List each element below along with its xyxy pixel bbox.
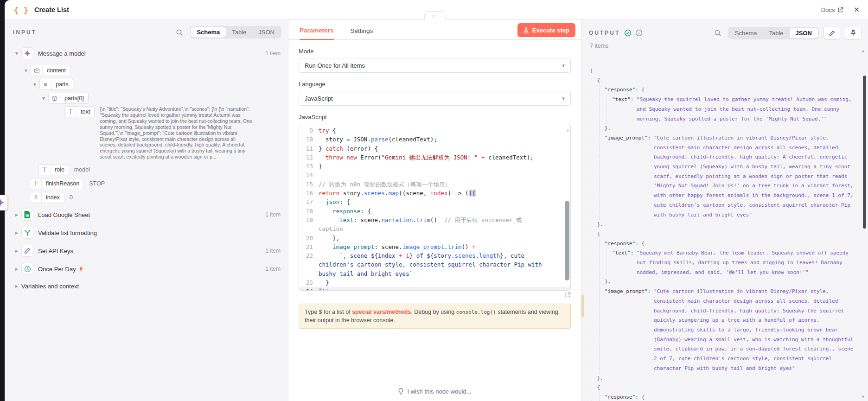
node-label: Validate list formatting (38, 229, 97, 236)
input-tab-table[interactable]: Table (226, 27, 252, 38)
object-type-icon (49, 93, 60, 103)
string-type-icon: T (65, 107, 77, 117)
input-tab-schema[interactable]: Schema (191, 27, 226, 38)
input-search-icon[interactable] (176, 29, 183, 36)
schema-field-pill[interactable]: parts[0] (48, 93, 89, 104)
tree-section-row[interactable]: ▸ Variables and context (12, 279, 281, 293)
output-scrollbar[interactable] (863, 76, 866, 229)
chevron-down-icon[interactable]: ▾ (30, 81, 39, 88)
line-number: 13 (299, 162, 319, 171)
output-search-icon[interactable] (714, 29, 721, 37)
chevron-down-icon[interactable]: ▾ (39, 95, 48, 102)
code-line: 18 response: { (299, 207, 570, 216)
field-name: finishReason (42, 180, 83, 187)
line-number: 20 (299, 234, 319, 242)
mode-select[interactable]: Run Once for All Items ▾ (299, 58, 571, 73)
code-line: 13 } (299, 162, 570, 171)
schema-field-pill[interactable]: T role (38, 164, 69, 175)
output-json-view[interactable]: [{"response": {"text": "Squeaky the squi… (590, 66, 854, 401)
chevron-down-icon[interactable]: ▾ (21, 67, 31, 74)
line-number: 15 (299, 180, 319, 189)
output-items-count: 7 items (581, 40, 868, 49)
editor-scrollbar[interactable] (565, 201, 569, 280)
editor-scroll-up-icon[interactable]: ▲ (567, 126, 569, 134)
field-name: content (43, 67, 70, 74)
line-number: 23 (299, 278, 319, 287)
pin-data-button[interactable] (845, 26, 862, 40)
chevron-down-icon: ▾ (562, 63, 565, 69)
line-number: 22 (299, 251, 319, 278)
tree-node-row[interactable]: ▸ Load Google Sheet 1 item (12, 207, 281, 223)
schema-field-pill[interactable]: # index (30, 192, 64, 203)
schema-field-pill[interactable]: T text (64, 106, 95, 117)
docs-link[interactable]: Docs (821, 6, 844, 13)
pencil-icon (24, 248, 31, 254)
chevron-down-icon: ▾ (562, 95, 565, 102)
expand-editor-icon[interactable] (565, 292, 571, 298)
chevron-right-icon[interactable]: ▸ (12, 211, 21, 218)
code-line: 23 } (299, 278, 570, 287)
input-view-tabs: SchemaTableJSON (190, 26, 281, 38)
code-line: 10 story = JSON.parse(cleanedText); (299, 135, 570, 144)
schema-field-pill[interactable]: content (31, 65, 70, 76)
code-line: 20 }, (299, 234, 570, 242)
language-label: Language (299, 81, 571, 88)
line-number: 21 (299, 242, 319, 251)
special-vars-link[interactable]: special vars/methods (352, 309, 411, 315)
output-panel: OUTPUT SchemaTableJSON (581, 20, 868, 401)
chevron-right-icon[interactable]: ▸ (12, 283, 21, 289)
node-label: Message a model (38, 50, 86, 57)
output-tab-table[interactable]: Table (763, 28, 790, 38)
item-count: 1 item (265, 266, 281, 272)
output-scroll-down-icon[interactable]: ▼ (861, 395, 865, 399)
params-tab-parameters[interactable]: Parameters (300, 27, 334, 40)
execute-step-button[interactable]: Execute step (517, 23, 575, 37)
field-value: 0 (70, 194, 73, 201)
code-editor[interactable]: 9 try { 10 story = JSON.parse(cleanedTex… (299, 124, 571, 291)
chevron-right-icon[interactable]: ▸ (12, 229, 21, 236)
field-name: text (77, 108, 94, 115)
info-icon[interactable] (635, 29, 643, 37)
params-tab-settings[interactable]: Settings (351, 27, 373, 39)
code-line: 9 try { (299, 126, 570, 135)
input-node-edge-tab[interactable] (0, 195, 7, 210)
field-name: role (51, 166, 69, 173)
field-value: STOP (89, 180, 105, 187)
code-line: 17 json: { (299, 197, 570, 206)
node-feedback-prompt[interactable]: I wish this node would... (288, 388, 581, 395)
panel-drag-handle[interactable]: ||| (424, 11, 446, 20)
language-select[interactable]: JavaScript ▾ (299, 91, 571, 106)
schema-field-pill[interactable]: ≡ parts (39, 79, 73, 90)
input-panel-label: INPUT (13, 29, 37, 36)
chevron-down-icon[interactable]: ▾ (12, 50, 21, 57)
node-title: Create List (34, 6, 69, 13)
editor-hint-callout: Type $ for a list of special vars/method… (299, 304, 571, 329)
line-number: 17 (299, 197, 319, 206)
close-icon[interactable]: ✕ (854, 6, 860, 14)
tree-key-row: T finishReason STOP (30, 177, 281, 191)
line-number: 11 (299, 144, 319, 153)
output-tab-schema[interactable]: Schema (729, 28, 763, 38)
code-editor-label: JavaScript (299, 114, 571, 121)
output-panel-label: OUTPUT (589, 30, 620, 36)
chevron-right-icon[interactable]: ▸ (12, 248, 21, 254)
field-value: {\n "title": "Squeaky's Nutty Adventure"… (100, 106, 254, 160)
schema-field-pill[interactable]: T finishReason (30, 178, 84, 189)
google-sheet-icon (24, 211, 31, 218)
edit-output-button[interactable] (823, 26, 840, 40)
tree-node-row[interactable]: ▸ Set API Keys 1 item (12, 243, 281, 259)
input-tab-json[interactable]: JSON (252, 27, 281, 38)
lightning-bolt-icon (79, 266, 83, 272)
output-scroll-up-icon[interactable]: ▲ (861, 49, 865, 53)
tree-node-row[interactable]: ▸ Validate list formatting (12, 225, 281, 241)
number-type-icon: # (30, 192, 42, 203)
item-count: 1 item (265, 50, 281, 57)
output-tab-json[interactable]: JSON (790, 28, 818, 38)
gemini-icon (0, 198, 5, 207)
tree-key-row: ▾ content (21, 64, 281, 77)
chevron-right-icon[interactable]: ▸ (12, 266, 21, 272)
lightbulb-icon (398, 388, 404, 395)
tree-node-row[interactable]: ▾ Message a model 1 item (12, 45, 281, 61)
line-number: 12 (299, 153, 319, 162)
tree-node-row[interactable]: ▸ Once Per Day 1 item (12, 261, 281, 277)
